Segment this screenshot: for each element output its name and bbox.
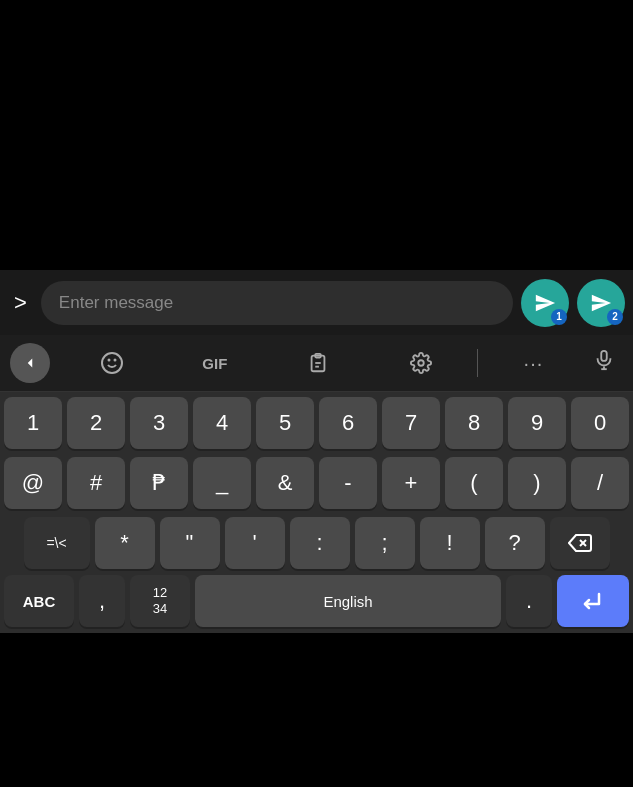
key-abc[interactable]: ABC xyxy=(4,575,74,627)
keyboard-toolbar: GIF ··· xyxy=(0,335,633,392)
keyboard: GIF ··· 1 2 xyxy=(0,335,633,633)
send-badge-2: 2 xyxy=(607,309,623,325)
key-slash[interactable]: / xyxy=(571,457,629,509)
top-area xyxy=(0,0,633,270)
more-toolbar-button[interactable]: ··· xyxy=(482,343,585,383)
key-space[interactable]: English xyxy=(195,575,501,627)
key-6[interactable]: 6 xyxy=(319,397,377,449)
key-3[interactable]: 3 xyxy=(130,397,188,449)
expand-button[interactable]: > xyxy=(8,284,33,322)
key-2[interactable]: 2 xyxy=(67,397,125,449)
key-close-paren[interactable]: ) xyxy=(508,457,566,509)
gif-toolbar-button[interactable]: GIF xyxy=(163,343,266,383)
send-button-2[interactable]: 2 xyxy=(577,279,625,327)
key-ampersand[interactable]: & xyxy=(256,457,314,509)
message-bar: > 1 2 xyxy=(0,270,633,335)
key-at[interactable]: @ xyxy=(4,457,62,509)
key-peso[interactable]: ₱ xyxy=(130,457,188,509)
key-comma[interactable]: , xyxy=(79,575,125,627)
key-exclaim[interactable]: ! xyxy=(420,517,480,569)
svg-rect-8 xyxy=(601,351,607,361)
key-period[interactable]: . xyxy=(506,575,552,627)
svg-point-0 xyxy=(102,353,122,373)
key-7[interactable]: 7 xyxy=(382,397,440,449)
key-num12[interactable]: 12 34 xyxy=(130,575,190,627)
key-hash[interactable]: # xyxy=(67,457,125,509)
bottom-row: ABC , 12 34 English . xyxy=(0,572,633,633)
number-row: 1 2 3 4 5 6 7 8 9 0 xyxy=(0,392,633,452)
key-8[interactable]: 8 xyxy=(445,397,503,449)
key-question[interactable]: ? xyxy=(485,517,545,569)
key-4[interactable]: 4 xyxy=(193,397,251,449)
key-asterisk[interactable]: * xyxy=(95,517,155,569)
send-badge-1: 1 xyxy=(551,309,567,325)
mic-toolbar-button[interactable] xyxy=(585,349,623,377)
key-9[interactable]: 9 xyxy=(508,397,566,449)
key-plus[interactable]: + xyxy=(382,457,440,509)
toolbar-divider xyxy=(477,349,478,377)
key-minus[interactable]: - xyxy=(319,457,377,509)
key-dquote[interactable]: " xyxy=(160,517,220,569)
key-5[interactable]: 5 xyxy=(256,397,314,449)
symbol-row-2: =\< * " ' : ; ! ? xyxy=(0,512,633,572)
key-0[interactable]: 0 xyxy=(571,397,629,449)
key-colon[interactable]: : xyxy=(290,517,350,569)
key-semicolon[interactable]: ; xyxy=(355,517,415,569)
backspace-key[interactable] xyxy=(550,517,610,569)
key-open-paren[interactable]: ( xyxy=(445,457,503,509)
key-1[interactable]: 1 xyxy=(4,397,62,449)
message-input[interactable] xyxy=(41,281,513,325)
key-enter[interactable] xyxy=(557,575,629,627)
key-equals-backslash[interactable]: =\< xyxy=(24,517,90,569)
emoji-toolbar-button[interactable] xyxy=(60,343,163,383)
key-underscore[interactable]: _ xyxy=(193,457,251,509)
key-squote[interactable]: ' xyxy=(225,517,285,569)
symbol-row-1: @ # ₱ _ & - + ( ) / xyxy=(0,452,633,512)
send-button-1[interactable]: 1 xyxy=(521,279,569,327)
keyboard-back-button[interactable] xyxy=(10,343,50,383)
clipboard-toolbar-button[interactable] xyxy=(266,343,369,383)
settings-toolbar-button[interactable] xyxy=(370,343,473,383)
svg-point-7 xyxy=(418,360,424,366)
